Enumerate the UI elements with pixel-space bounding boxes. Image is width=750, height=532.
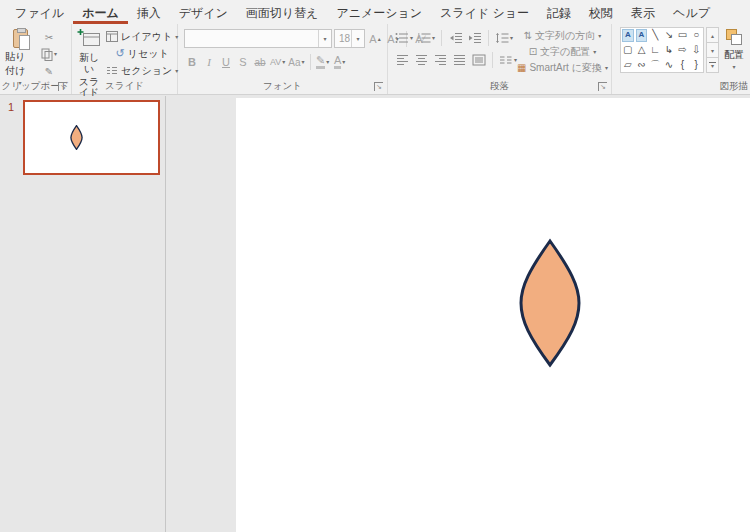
font-group-label: フォント xyxy=(178,80,387,93)
tab-review[interactable]: 校閲 xyxy=(580,0,622,24)
arrange-squares-icon xyxy=(726,29,743,46)
align-text-button[interactable]: ⊡ 文字の配置 ▾ xyxy=(516,44,609,59)
highlighter-icon: ✎ xyxy=(316,55,325,69)
grow-font-button[interactable]: A▴ xyxy=(367,30,383,48)
shape-left-brace[interactable]: { xyxy=(676,57,690,72)
bullets-button[interactable]: ▾ xyxy=(394,29,414,46)
format-painter-icon: ✎ xyxy=(45,66,53,77)
clipboard-dialog-launcher-icon[interactable]: ↘ xyxy=(58,82,67,91)
format-painter-button[interactable]: ✎ xyxy=(40,63,58,79)
slide-thumbnail[interactable] xyxy=(23,100,160,175)
font-dialog-launcher-icon[interactable]: ↘ xyxy=(374,82,383,91)
smartart-label: SmartArt に変換 xyxy=(529,61,601,75)
shape-arc[interactable]: ⌒ xyxy=(648,57,662,72)
columns-button[interactable]: ▾ xyxy=(498,51,518,68)
tab-slideshow[interactable]: スライド ショー xyxy=(431,0,538,24)
shapes-more-button[interactable]: ▾ xyxy=(706,58,719,73)
tab-transitions[interactable]: 画面切り替え xyxy=(237,0,328,24)
tab-record[interactable]: 記録 xyxy=(538,0,580,24)
shape-triangle[interactable]: △ xyxy=(635,43,649,58)
italic-button[interactable]: I xyxy=(201,53,217,71)
font-color-button[interactable]: A▾ xyxy=(332,53,348,71)
vertical-textbox-icon: A xyxy=(639,30,645,40)
chevron-down-icon: ▾ xyxy=(282,59,285,65)
scroll-up-icon: ▴ xyxy=(711,32,714,39)
increase-indent-button[interactable] xyxy=(466,29,483,46)
tab-file[interactable]: ファイル xyxy=(6,0,73,24)
tab-insert[interactable]: 挿入 xyxy=(128,0,170,24)
distribute-text-button[interactable] xyxy=(470,51,487,68)
change-case-button[interactable]: Aa▾ xyxy=(287,53,305,71)
character-spacing-button[interactable]: AV▾ xyxy=(269,53,286,71)
new-slide-button[interactable]: 新しい スライド ▾ xyxy=(76,27,102,107)
slide-number: 1 xyxy=(8,101,14,113)
shape-scribble[interactable]: ∾ xyxy=(635,57,649,72)
shape-line[interactable]: ╲ xyxy=(648,28,662,43)
shape-rectangle[interactable]: ▭ xyxy=(676,28,690,43)
shape-right-brace[interactable]: } xyxy=(689,57,703,72)
underline-button[interactable]: U xyxy=(218,53,234,71)
chevron-down-icon: ▾ xyxy=(593,49,596,55)
highlight-color-button[interactable]: ✎▾ xyxy=(315,53,331,71)
shape-curve[interactable]: ∿ xyxy=(662,57,676,72)
shape-rounded-rectangle[interactable]: ▢ xyxy=(621,43,635,58)
justify-button[interactable] xyxy=(451,51,468,68)
text-shadow-button[interactable]: S xyxy=(235,53,251,71)
ribbon: 貼り付け ▾ ✂ ▾ ✎ クリップボード ↘ xyxy=(0,24,750,95)
layout-button[interactable]: レイアウト ▾ xyxy=(105,29,179,44)
font-size-combobox[interactable]: 18 ▾ xyxy=(334,29,365,48)
reset-button[interactable]: ↺ リセット xyxy=(105,46,179,61)
tab-animations[interactable]: アニメーション xyxy=(327,0,431,24)
shape-textbox-vertical[interactable]: A xyxy=(636,29,648,42)
smartart-icon: ▦ xyxy=(517,62,526,73)
tab-home[interactable]: ホーム xyxy=(73,0,128,24)
numbering-icon xyxy=(417,32,431,44)
align-center-button[interactable] xyxy=(413,51,430,68)
align-right-button[interactable] xyxy=(432,51,449,68)
paragraph-dialog-launcher-icon[interactable]: ↘ xyxy=(598,82,607,91)
arrow-line-icon: ↘ xyxy=(665,30,673,40)
align-text-label: 文字の配置 xyxy=(540,45,590,59)
slide-thumbnail-panel[interactable]: 1 xyxy=(0,96,166,532)
font-name-combobox[interactable]: ▾ xyxy=(184,29,332,48)
shape-freeform[interactable]: ▱ xyxy=(621,57,635,72)
paste-button[interactable]: 貼り付け ▾ xyxy=(4,28,36,87)
shape-elbow-arrow-connector[interactable]: ↳ xyxy=(662,43,676,58)
numbering-button[interactable]: ▾ xyxy=(416,29,436,46)
text-direction-button[interactable]: ⇅ 文字列の方向 ▾ xyxy=(516,28,609,43)
tab-design[interactable]: デザイン xyxy=(170,0,237,24)
paragraph-group-label: 段落 xyxy=(388,80,611,93)
align-left-button[interactable] xyxy=(394,51,411,68)
shape-arrow-line[interactable]: ↘ xyxy=(662,28,676,43)
ribbon-tab-bar: ファイル ホーム 挿入 デザイン 画面切り替え アニメーション スライド ショー… xyxy=(0,0,750,24)
tab-view[interactable]: 表示 xyxy=(622,0,664,24)
section-button[interactable]: セクション ▾ xyxy=(105,63,179,78)
right-arrow-icon: ⇨ xyxy=(678,45,686,55)
font-color-icon: A xyxy=(334,55,341,69)
tab-help[interactable]: ヘルプ xyxy=(664,0,719,24)
shape-oval[interactable]: ○ xyxy=(689,28,703,43)
convert-to-smartart-button[interactable]: ▦ SmartArt に変換 ▾ xyxy=(516,60,609,75)
layout-label: レイアウト xyxy=(121,30,172,44)
align-center-icon xyxy=(415,54,429,66)
arrange-button[interactable]: 配置 ▾ xyxy=(720,28,748,71)
line-spacing-button[interactable]: ▾ xyxy=(494,29,514,46)
rectangle-icon: ▭ xyxy=(678,30,687,40)
shape-right-arrow[interactable]: ⇨ xyxy=(676,43,690,58)
bold-button[interactable]: B xyxy=(184,53,200,71)
chevron-down-icon: ▾ xyxy=(54,51,57,57)
new-slide-icon xyxy=(77,28,101,50)
shape-down-arrow[interactable]: ⇩ xyxy=(689,43,703,58)
shapes-scroll-down-button[interactable]: ▾ xyxy=(706,43,719,58)
strikethrough-button[interactable]: ab xyxy=(252,53,268,71)
chevron-down-icon: ▾ xyxy=(302,59,305,65)
cut-button[interactable]: ✂ xyxy=(40,29,58,45)
shape-textbox-horizontal[interactable]: A xyxy=(622,29,634,42)
change-case-icon: Aa xyxy=(288,57,300,68)
copy-button[interactable]: ▾ xyxy=(40,46,58,62)
decrease-indent-button[interactable] xyxy=(447,29,464,46)
lens-shape[interactable] xyxy=(518,237,582,369)
slide-canvas[interactable] xyxy=(236,98,750,532)
shapes-scroll-up-button[interactable]: ▴ xyxy=(706,27,719,43)
shape-elbow-connector[interactable]: ∟ xyxy=(648,43,662,58)
